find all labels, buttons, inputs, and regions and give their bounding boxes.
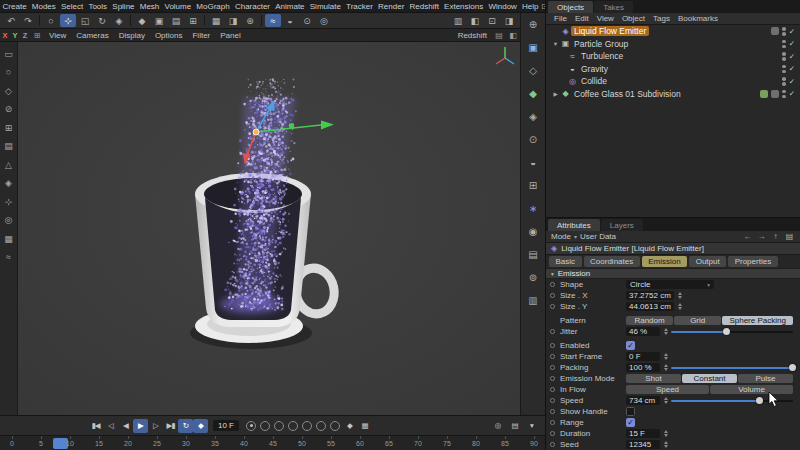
pen-tool-icon[interactable]: ◇ xyxy=(2,84,16,97)
viewport-layout-icon[interactable]: ◧ xyxy=(506,31,520,40)
viewport-settings-icon[interactable]: ▤ xyxy=(492,31,506,40)
split-panel-icon[interactable]: ◧ xyxy=(467,14,483,27)
duration-field[interactable]: 15 F xyxy=(626,429,660,439)
param-dot-icon[interactable] xyxy=(550,409,555,414)
texture-mode-icon[interactable]: ▤ xyxy=(168,14,184,27)
objects-menu-tags[interactable]: Tags xyxy=(649,14,674,23)
objects-menu-file[interactable]: File xyxy=(550,14,571,23)
speed-field[interactable]: 734 cm xyxy=(626,396,660,406)
loop-toggle[interactable]: ↻ xyxy=(178,419,193,433)
menu-mograph[interactable]: MoGraph xyxy=(194,2,233,11)
viewport-menu-options[interactable]: Options xyxy=(150,31,188,40)
viewport[interactable] xyxy=(18,42,520,415)
user-data-menu[interactable]: User Data xyxy=(580,232,616,241)
cloth-icon[interactable]: ▤ xyxy=(525,247,541,261)
y-axis-lock-button[interactable]: Y xyxy=(10,31,20,40)
visibility-dots[interactable] xyxy=(782,40,786,49)
camera-icon[interactable]: ▥ xyxy=(525,293,541,307)
tab-output[interactable]: Output xyxy=(689,256,726,267)
measure-tool-icon[interactable]: ◎ xyxy=(2,214,16,227)
spinner-icon[interactable] xyxy=(664,328,668,335)
param-dot-icon[interactable] xyxy=(550,304,555,309)
spinner-icon[interactable] xyxy=(664,364,668,371)
viewport-menu-filter[interactable]: Filter xyxy=(187,31,215,40)
menu-simulate[interactable]: Simulate xyxy=(307,2,343,11)
timeline-ruler[interactable]: 0 5 10 15 20 25 30 35 40 45 50 55 60 65 … xyxy=(0,435,545,450)
enabled-check-icon[interactable]: ✓ xyxy=(789,77,795,86)
in-flow-speed-button[interactable]: Speed xyxy=(626,385,709,395)
tab-properties[interactable]: Properties xyxy=(728,256,777,267)
tree-row-coffee-glass[interactable]: ▶ ◆ Coffee Glass 01 Subdivision ✓ xyxy=(546,88,800,101)
viewport-menu-cameras[interactable]: Cameras xyxy=(71,31,113,40)
volume-builder-icon[interactable]: ⊙ xyxy=(525,132,541,146)
spline-pen-icon[interactable]: ◇ xyxy=(525,63,541,77)
tree-label[interactable]: Coffee Glass 01 Subdivision xyxy=(571,89,684,99)
param-dot-icon[interactable] xyxy=(550,343,555,348)
objects-menu-edit[interactable]: Edit xyxy=(571,14,593,23)
param-dot-icon[interactable] xyxy=(550,431,555,436)
cloner-icon[interactable]: ⊞ xyxy=(525,178,541,192)
record-parameter-button[interactable] xyxy=(316,421,326,431)
viewport-menu-display[interactable]: Display xyxy=(114,31,150,40)
viewport-menu-redshift[interactable]: Redshift xyxy=(453,31,492,40)
enabled-checkbox[interactable] xyxy=(626,341,635,350)
deform-tool-icon[interactable]: ≈ xyxy=(2,251,16,264)
param-dot-icon[interactable] xyxy=(550,387,555,392)
objects-menu-object[interactable]: Object xyxy=(618,14,649,23)
tab-emission[interactable]: Emission xyxy=(642,256,687,267)
simulate-icon[interactable]: ≈ xyxy=(265,14,281,27)
menu-animate[interactable]: Animate xyxy=(273,2,308,11)
param-dot-icon[interactable] xyxy=(550,282,555,287)
dynamics-icon[interactable]: ◉ xyxy=(525,224,541,238)
enabled-check-icon[interactable]: ✓ xyxy=(789,39,795,48)
menu-create[interactable]: Create xyxy=(0,2,29,11)
render-view-icon[interactable]: ▦ xyxy=(208,14,224,27)
objects-menu-bookmarks[interactable]: Bookmarks xyxy=(674,14,722,23)
menu-tools[interactable]: Tools xyxy=(86,2,110,11)
tree-label[interactable]: Liquid Flow Emitter xyxy=(571,26,649,36)
expander-icon[interactable]: ▼ xyxy=(551,41,560,47)
autokeying-button[interactable] xyxy=(260,421,270,431)
visibility-dots[interactable] xyxy=(782,52,786,61)
param-dot-icon[interactable] xyxy=(550,376,555,381)
play-button[interactable]: ▶ xyxy=(133,419,148,433)
phong-tag-icon[interactable] xyxy=(771,90,779,98)
move-tool-icon[interactable]: ⊹ xyxy=(60,14,76,27)
previous-frame-button[interactable]: ◀ xyxy=(118,419,133,433)
visibility-dots[interactable] xyxy=(782,65,786,74)
enabled-check-icon[interactable]: ✓ xyxy=(789,52,795,61)
subdivision-surface-icon[interactable]: ◆ xyxy=(525,86,541,100)
timeline-dropdown-icon[interactable]: ▾ xyxy=(524,419,539,433)
redo-icon[interactable]: ↷ xyxy=(20,14,36,27)
jitter-slider[interactable] xyxy=(671,327,793,336)
visibility-dots[interactable] xyxy=(782,90,786,99)
param-dot-icon[interactable] xyxy=(550,354,555,359)
record-pla-button[interactable] xyxy=(330,421,340,431)
tag-icon[interactable] xyxy=(771,27,779,35)
param-dot-icon[interactable] xyxy=(550,293,555,298)
emission-mode-shot-button[interactable]: Shot xyxy=(626,374,681,384)
interface-edit-icon[interactable]: ⊡ xyxy=(484,14,500,27)
spinner-icon[interactable] xyxy=(664,353,668,360)
menu-mesh[interactable]: Mesh xyxy=(137,2,162,11)
particle-emitter-icon[interactable]: ∗ xyxy=(525,201,541,215)
emission-mode-pulse-button[interactable]: Pulse xyxy=(738,374,793,384)
record-scale-button[interactable] xyxy=(288,421,298,431)
objects-menu-view[interactable]: View xyxy=(593,14,618,23)
start-frame-field[interactable]: 0 F xyxy=(626,352,660,362)
scale-tool-icon[interactable]: ◱ xyxy=(77,14,93,27)
spinner-icon[interactable] xyxy=(678,303,682,310)
enabled-check-icon[interactable]: ✓ xyxy=(789,89,795,98)
enabled-check-icon[interactable]: ✓ xyxy=(789,27,795,36)
model-mode-icon[interactable]: ◆ xyxy=(134,14,150,27)
viewport-menu-view[interactable]: View xyxy=(44,31,71,40)
live-selection-icon[interactable]: ○ xyxy=(43,14,59,27)
menu-tracker[interactable]: Tracker xyxy=(343,2,375,11)
timeline-options-icon[interactable]: ▤ xyxy=(507,419,522,433)
back-arrow-icon[interactable]: ← xyxy=(742,232,753,241)
tree-row-collide[interactable]: ◎ Collide ✓ xyxy=(546,75,800,88)
emission-section-header[interactable]: ▾ Emission xyxy=(546,268,800,279)
coordinate-system-icon[interactable]: ⊞ xyxy=(30,31,44,40)
menu-help[interactable]: Help xyxy=(519,2,541,11)
forward-arrow-icon[interactable]: → xyxy=(756,232,767,241)
